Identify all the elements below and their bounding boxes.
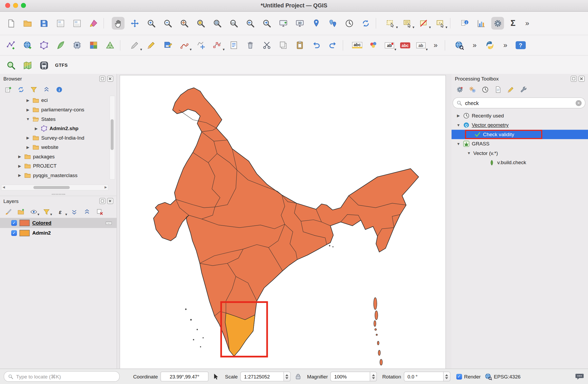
zoom-last[interactable] [244, 17, 257, 30]
deselect-features[interactable] [417, 17, 430, 30]
toolbox-item-grass[interactable]: GRASS [452, 139, 588, 149]
browser-collapse-all[interactable] [42, 85, 51, 94]
move-feature[interactable] [194, 39, 207, 51]
browser-item-states[interactable]: States [0, 114, 117, 124]
zoom-out[interactable] [161, 17, 174, 30]
coordinate-input[interactable]: 23.99°,99.47° [160, 372, 208, 381]
close-panel-icon[interactable] [107, 198, 113, 204]
move-label[interactable]: ab [415, 39, 427, 51]
pan-map[interactable] [112, 17, 124, 30]
layer-item-colored[interactable]: Colored [0, 218, 117, 228]
scrollbar-thumb[interactable] [110, 119, 113, 150]
layer-visibility-checkbox[interactable] [11, 220, 17, 226]
collapse-all[interactable] [82, 207, 92, 217]
chevron-down-icon[interactable] [467, 151, 471, 155]
add-raster-layer[interactable] [87, 39, 100, 51]
delete-selected[interactable] [244, 39, 257, 51]
toolbox-item-check-validity[interactable]: Check validity [452, 130, 588, 139]
metasearch[interactable] [453, 39, 466, 51]
close-panel-icon[interactable] [107, 76, 113, 82]
vertex-tool[interactable] [211, 39, 224, 51]
add-vector-layer[interactable] [37, 39, 50, 51]
messages-icon[interactable] [575, 372, 584, 381]
select-features-by-value[interactable] [401, 17, 413, 30]
zoom-in[interactable] [145, 17, 157, 30]
toolbox-options[interactable] [519, 85, 528, 94]
new-map-view[interactable] [277, 17, 290, 30]
scroll-left-icon[interactable] [3, 185, 5, 190]
scroll-right-icon[interactable] [105, 185, 107, 190]
browser-item-parliamentary-cons[interactable]: parliamentary-cons [0, 105, 117, 115]
chevron-right-icon[interactable] [456, 114, 461, 118]
transit-plugin[interactable] [37, 59, 50, 72]
highlight-pinned-labels[interactable]: abc [399, 39, 411, 51]
map-canvas[interactable] [120, 75, 446, 369]
magnifier-spinbox[interactable]: 100% [330, 372, 377, 381]
spinbox-arrows-icon[interactable] [370, 372, 377, 381]
browser-item-admin2-shp[interactable]: Admin2.shp [0, 124, 117, 133]
new-print-layout[interactable] [54, 17, 67, 30]
chevron-right-icon[interactable] [26, 108, 30, 112]
help[interactable]: ? [514, 39, 527, 51]
float-panel-icon[interactable] [571, 76, 577, 82]
horizontal-scrollbar[interactable] [1, 184, 108, 191]
web-toolbar-overflow[interactable]: » [469, 39, 480, 51]
toolbox-history[interactable] [480, 85, 490, 94]
copy-features[interactable] [277, 39, 290, 51]
refresh-map[interactable] [359, 17, 372, 30]
filter-by-expression[interactable]: ε [54, 207, 66, 217]
digitize-with-segment[interactable] [178, 39, 191, 51]
plugin-toolbar-overflow[interactable]: » [500, 39, 511, 51]
redo[interactable] [326, 39, 339, 51]
toolbox-models[interactable] [455, 85, 464, 94]
style-manager[interactable] [87, 17, 100, 30]
zoom-full-extent[interactable] [178, 17, 191, 30]
save-layer-edits[interactable] [161, 39, 174, 51]
manage-visibility[interactable] [29, 207, 38, 217]
label-toolbar-overflow[interactable]: » [430, 39, 441, 51]
expand-all[interactable] [69, 207, 79, 217]
statistical-summary[interactable] [475, 17, 487, 30]
browser-add-layer[interactable] [3, 85, 13, 94]
add-group[interactable] [16, 207, 26, 217]
sum-features[interactable]: Σ [508, 17, 518, 30]
toolbox-search-input[interactable]: check [453, 97, 585, 108]
toolbox-item-recently-used[interactable]: Recently used [452, 111, 588, 121]
open-project[interactable] [21, 17, 34, 30]
chevron-right-icon[interactable] [26, 136, 30, 140]
spinbox-arrows-icon[interactable] [443, 372, 450, 381]
add-virtual-layer[interactable] [103, 39, 116, 51]
select-by-expression[interactable] [434, 17, 446, 30]
chevron-right-icon[interactable] [17, 173, 22, 177]
current-edits[interactable] [128, 39, 141, 51]
chevron-down-icon[interactable] [456, 142, 461, 146]
browser-item-eci[interactable]: eci [0, 96, 117, 105]
quickmap-search[interactable] [4, 59, 17, 72]
new-project[interactable] [4, 17, 17, 30]
float-panel-icon[interactable] [99, 198, 106, 204]
browser-item-packages[interactable]: packages [0, 152, 117, 161]
layer-visibility-checkbox[interactable] [11, 230, 17, 236]
temporal-controller[interactable] [343, 17, 355, 30]
zoom-next[interactable] [260, 17, 273, 30]
zoom-to-layer[interactable] [211, 17, 224, 30]
toolbox-edit-features[interactable] [506, 85, 515, 94]
options[interactable] [491, 17, 504, 30]
render-checkbox[interactable] [456, 374, 462, 379]
identify-features[interactable] [458, 17, 471, 30]
open-layer-styling[interactable] [3, 207, 13, 217]
vertical-scrollbar[interactable] [110, 96, 115, 179]
locate-search-input[interactable]: Type to locate (⌘K) [4, 371, 120, 382]
scale-combobox[interactable]: 1:27125052 [240, 372, 291, 381]
browser-item-survey-of-india[interactable]: Survey-of-India-Ind [0, 133, 117, 143]
save-project[interactable] [37, 17, 50, 30]
layer-diagram[interactable] [367, 39, 380, 51]
chevron-down-icon[interactable] [26, 117, 30, 121]
toolbar-overflow[interactable]: » [522, 17, 533, 30]
select-features[interactable] [384, 17, 397, 30]
clear-search-icon[interactable] [576, 100, 582, 106]
pan-to-selection[interactable] [128, 17, 141, 30]
add-mesh-layer[interactable] [54, 39, 67, 51]
chevron-right-icon[interactable] [26, 98, 30, 102]
lock-scale-icon[interactable] [294, 373, 302, 380]
